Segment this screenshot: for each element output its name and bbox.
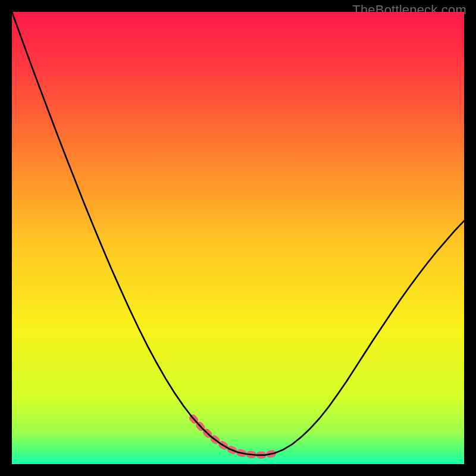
- gradient-background: [12, 12, 464, 464]
- chart-frame: TheBottleneck.com: [0, 0, 476, 476]
- chart-svg: [12, 12, 464, 464]
- chart-plot-area: [12, 12, 464, 464]
